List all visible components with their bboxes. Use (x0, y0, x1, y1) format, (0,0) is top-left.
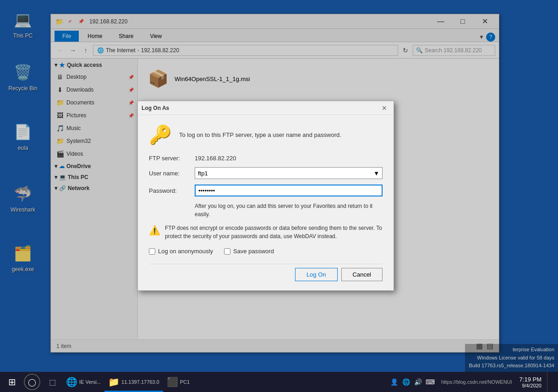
logon-dialog: Log On As ✕ 🔑 To log on to this FTP serv… (137, 101, 394, 291)
username-label: User name: (149, 170, 195, 177)
dialog-username-field: User name: ftp1 ▼ (149, 167, 383, 179)
dialog-warning-text: FTP does not encrypt or encode passwords… (165, 224, 383, 240)
log-on-button[interactable]: Log On (295, 268, 338, 281)
clock-time: 7:19 PM (520, 376, 542, 383)
taskbar: ⊞ ◯ ⬚ 🌐 IE Versi... 📁 11.1397.17763.0 ⬛ … (0, 372, 558, 392)
cmd-icon: ⬛ (167, 376, 178, 387)
explorer-taskbar-icon: 📁 (108, 376, 120, 387)
taskbar-right: 👤 🌐 🔊 ⌨ https://blog.csdn.net/NOWENUI 7:… (387, 372, 556, 392)
taskbar-clock[interactable]: 7:19 PM 9/4/2020 (516, 376, 545, 388)
dialog-password-field: Password: (149, 185, 383, 196)
dialog-note: After you log on, you can add this serve… (149, 202, 383, 218)
username-value: ftp1 (198, 170, 208, 177)
ie-icon: 🌐 (66, 376, 77, 387)
ie-label: IE Versi... (79, 379, 101, 385)
save-password-checkbox-row[interactable]: Save password (224, 248, 274, 255)
dialog-overlay: Log On As ✕ 🔑 To log on to this FTP serv… (0, 0, 558, 392)
dialog-close-button[interactable]: ✕ (379, 103, 390, 114)
anonymous-checkbox-row[interactable]: Log on anonymously (149, 248, 213, 255)
anonymous-label: Log on anonymously (158, 248, 213, 255)
dropdown-arrow-icon: ▼ (373, 170, 379, 177)
dialog-warning: ⚠️ FTP does not encrypt or encode passwo… (149, 224, 383, 240)
cortana-button[interactable]: ◯ (24, 374, 40, 390)
ftp-server-label: FTP server: (149, 155, 195, 162)
dialog-title: Log On As (142, 105, 379, 111)
people-icon[interactable]: 👤 (389, 376, 400, 387)
save-password-label: Save password (233, 248, 274, 255)
dialog-ftp-server-field: FTP server: 192.168.82.220 (149, 155, 383, 162)
username-dropdown[interactable]: ftp1 ▼ (195, 167, 383, 179)
anonymous-checkbox[interactable] (149, 248, 155, 255)
show-desktop-button[interactable] (547, 372, 556, 392)
explorer-taskbar-label: 11.1397.17763.0 (121, 379, 159, 385)
taskbar-item-explorer[interactable]: 📁 11.1397.17763.0 (104, 372, 163, 392)
keyboard-icon[interactable]: ⌨ (425, 376, 436, 387)
cmd-label: PC1 (180, 379, 190, 385)
dialog-checkboxes: Log on anonymously Save password (149, 248, 383, 255)
save-password-checkbox[interactable] (224, 248, 230, 255)
password-label: Password: (149, 187, 195, 194)
taskbar-sys-icons: 👤 🌐 🔊 ⌨ (387, 376, 438, 387)
volume-icon[interactable]: 🔊 (413, 376, 424, 387)
warning-icon: ⚠️ (149, 225, 160, 240)
key-icon: 🔑 (149, 124, 172, 146)
dialog-body: 🔑 To log on to this FTP server, type a u… (138, 115, 394, 290)
network-tray-icon[interactable]: 🌐 (401, 376, 412, 387)
dialog-buttons: Log On Cancel (149, 264, 383, 281)
task-view-button[interactable]: ⬚ (44, 374, 60, 390)
taskbar-item-cmd[interactable]: ⬛ PC1 (163, 372, 193, 392)
password-input[interactable] (195, 185, 383, 196)
taskbar-item-ie[interactable]: 🌐 IE Versi... (62, 372, 104, 392)
dialog-header-row: 🔑 To log on to this FTP server, type a u… (149, 124, 383, 146)
dialog-titlebar: Log On As ✕ (138, 101, 394, 115)
dialog-header-text: To log on to this FTP server, type a use… (179, 131, 341, 138)
clock-date: 9/4/2020 (520, 383, 542, 388)
start-button[interactable]: ⊞ (2, 372, 22, 392)
notification-text: https://blog.csdn.net/NOWENUI (439, 379, 514, 385)
cancel-button[interactable]: Cancel (341, 268, 383, 281)
ftp-server-value: 192.168.82.220 (195, 155, 236, 162)
